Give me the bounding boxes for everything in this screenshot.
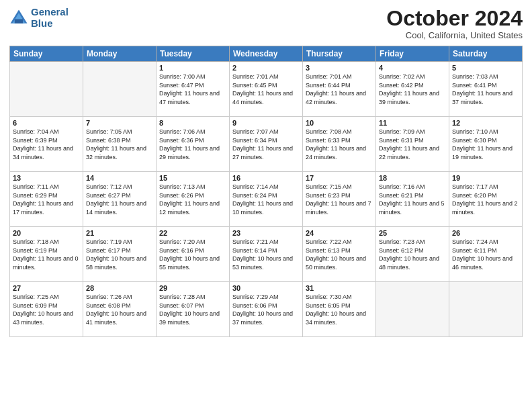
calendar-week-row: 1 Sunrise: 7:00 AMSunset: 6:47 PMDayligh…: [10, 62, 523, 117]
table-row: 17 Sunrise: 7:15 AMSunset: 6:23 PMDaylig…: [303, 172, 376, 227]
calendar-week-row: 13 Sunrise: 7:11 AMSunset: 6:29 PMDaylig…: [10, 172, 523, 227]
day-number: 4: [379, 64, 446, 72]
day-number: 17: [306, 174, 373, 182]
table-row: 30 Sunrise: 7:29 AMSunset: 6:06 PMDaylig…: [230, 282, 303, 337]
table-row: 3 Sunrise: 7:01 AMSunset: 6:44 PMDayligh…: [303, 62, 376, 117]
table-row: 23 Sunrise: 7:21 AMSunset: 6:14 PMDaylig…: [230, 227, 303, 282]
day-info: Sunrise: 7:12 AMSunset: 6:27 PMDaylight:…: [86, 183, 153, 216]
day-number: 28: [86, 284, 153, 292]
calendar-header-row: Sunday Monday Tuesday Wednesday Thursday…: [10, 46, 523, 62]
table-row: [376, 282, 449, 337]
table-row: 20 Sunrise: 7:18 AMSunset: 6:19 PMDaylig…: [10, 227, 83, 282]
day-number: 9: [232, 119, 300, 127]
day-number: 29: [159, 284, 226, 292]
day-info: Sunrise: 7:00 AMSunset: 6:47 PMDaylight:…: [159, 73, 226, 106]
table-row: 26 Sunrise: 7:24 AMSunset: 6:11 PMDaylig…: [449, 227, 523, 282]
logo-line1: General: [31, 6, 69, 17]
table-row: 8 Sunrise: 7:06 AMSunset: 6:36 PMDayligh…: [157, 117, 230, 172]
day-number: 1: [159, 64, 226, 72]
day-info: Sunrise: 7:20 AMSunset: 6:16 PMDaylight:…: [159, 238, 226, 271]
calendar-week-row: 27 Sunrise: 7:25 AMSunset: 6:09 PMDaylig…: [10, 282, 523, 337]
subtitle: Cool, California, United States: [386, 30, 523, 40]
table-row: 11 Sunrise: 7:09 AMSunset: 6:31 PMDaylig…: [376, 117, 449, 172]
table-row: 15 Sunrise: 7:13 AMSunset: 6:26 PMDaylig…: [157, 172, 230, 227]
title-area: October 2024 Cool, California, United St…: [386, 7, 523, 40]
table-row: 18 Sunrise: 7:16 AMSunset: 6:21 PMDaylig…: [376, 172, 449, 227]
table-row: 22 Sunrise: 7:20 AMSunset: 6:16 PMDaylig…: [157, 227, 230, 282]
table-row: 9 Sunrise: 7:07 AMSunset: 6:34 PMDayligh…: [230, 117, 303, 172]
day-info: Sunrise: 7:03 AMSunset: 6:41 PMDaylight:…: [452, 73, 519, 106]
table-row: 29 Sunrise: 7:28 AMSunset: 6:07 PMDaylig…: [157, 282, 230, 337]
day-number: 2: [232, 64, 300, 72]
col-tuesday: Tuesday: [157, 46, 230, 62]
day-number: 3: [306, 64, 373, 72]
svg-rect-2: [15, 19, 23, 23]
day-number: 20: [13, 229, 80, 237]
logo-icon: [9, 9, 28, 28]
table-row: 24 Sunrise: 7:22 AMSunset: 6:13 PMDaylig…: [303, 227, 376, 282]
table-row: 31 Sunrise: 7:30 AMSunset: 6:05 PMDaylig…: [303, 282, 376, 337]
calendar-week-row: 6 Sunrise: 7:04 AMSunset: 6:39 PMDayligh…: [10, 117, 523, 172]
day-info: Sunrise: 7:16 AMSunset: 6:21 PMDaylight:…: [379, 183, 446, 216]
day-info: Sunrise: 7:01 AMSunset: 6:44 PMDaylight:…: [306, 73, 373, 106]
day-info: Sunrise: 7:22 AMSunset: 6:13 PMDaylight:…: [306, 238, 373, 271]
logo-line2: Blue: [31, 17, 53, 29]
table-row: 13 Sunrise: 7:11 AMSunset: 6:29 PMDaylig…: [10, 172, 83, 227]
day-number: 12: [452, 119, 519, 127]
col-friday: Friday: [376, 46, 449, 62]
day-number: 23: [232, 229, 300, 237]
table-row: 28 Sunrise: 7:26 AMSunset: 6:08 PMDaylig…: [83, 282, 157, 337]
page: General Blue October 2024 Cool, Californ…: [0, 0, 532, 411]
day-info: Sunrise: 7:24 AMSunset: 6:11 PMDaylight:…: [452, 238, 519, 271]
day-info: Sunrise: 7:25 AMSunset: 6:09 PMDaylight:…: [13, 293, 80, 326]
col-thursday: Thursday: [303, 46, 376, 62]
table-row: 27 Sunrise: 7:25 AMSunset: 6:09 PMDaylig…: [10, 282, 83, 337]
day-info: Sunrise: 7:13 AMSunset: 6:26 PMDaylight:…: [159, 183, 226, 216]
day-info: Sunrise: 7:09 AMSunset: 6:31 PMDaylight:…: [379, 128, 446, 161]
day-number: 15: [159, 174, 226, 182]
day-number: 10: [306, 119, 373, 127]
day-number: 6: [13, 119, 80, 127]
day-info: Sunrise: 7:23 AMSunset: 6:12 PMDaylight:…: [379, 238, 446, 271]
day-number: 26: [452, 229, 519, 237]
day-info: Sunrise: 7:04 AMSunset: 6:39 PMDaylight:…: [13, 128, 80, 161]
day-number: 11: [379, 119, 446, 127]
day-info: Sunrise: 7:17 AMSunset: 6:20 PMDaylight:…: [452, 183, 519, 216]
day-info: Sunrise: 7:15 AMSunset: 6:23 PMDaylight:…: [306, 183, 373, 216]
table-row: 4 Sunrise: 7:02 AMSunset: 6:42 PMDayligh…: [376, 62, 449, 117]
table-row: [10, 62, 83, 117]
day-info: Sunrise: 7:14 AMSunset: 6:24 PMDaylight:…: [232, 183, 300, 216]
day-info: Sunrise: 7:19 AMSunset: 6:17 PMDaylight:…: [86, 238, 153, 271]
day-number: 30: [232, 284, 300, 292]
day-info: Sunrise: 7:02 AMSunset: 6:42 PMDaylight:…: [379, 73, 446, 106]
calendar-week-row: 20 Sunrise: 7:18 AMSunset: 6:19 PMDaylig…: [10, 227, 523, 282]
day-number: 27: [13, 284, 80, 292]
day-number: 5: [452, 64, 519, 72]
logo: General Blue: [9, 7, 69, 29]
day-info: Sunrise: 7:29 AMSunset: 6:06 PMDaylight:…: [232, 293, 300, 326]
day-info: Sunrise: 7:30 AMSunset: 6:05 PMDaylight:…: [306, 293, 373, 326]
day-number: 14: [86, 174, 153, 182]
table-row: 19 Sunrise: 7:17 AMSunset: 6:20 PMDaylig…: [449, 172, 523, 227]
day-number: 22: [159, 229, 226, 237]
day-info: Sunrise: 7:11 AMSunset: 6:29 PMDaylight:…: [13, 183, 80, 216]
calendar: Sunday Monday Tuesday Wednesday Thursday…: [9, 46, 523, 337]
table-row: 21 Sunrise: 7:19 AMSunset: 6:17 PMDaylig…: [83, 227, 157, 282]
col-wednesday: Wednesday: [230, 46, 303, 62]
day-info: Sunrise: 7:10 AMSunset: 6:30 PMDaylight:…: [452, 128, 519, 161]
table-row: 5 Sunrise: 7:03 AMSunset: 6:41 PMDayligh…: [449, 62, 523, 117]
day-info: Sunrise: 7:05 AMSunset: 6:38 PMDaylight:…: [86, 128, 153, 161]
day-number: 19: [452, 174, 519, 182]
day-number: 18: [379, 174, 446, 182]
day-info: Sunrise: 7:01 AMSunset: 6:45 PMDaylight:…: [232, 73, 300, 106]
col-sunday: Sunday: [10, 46, 83, 62]
table-row: 1 Sunrise: 7:00 AMSunset: 6:47 PMDayligh…: [157, 62, 230, 117]
table-row: 2 Sunrise: 7:01 AMSunset: 6:45 PMDayligh…: [230, 62, 303, 117]
day-info: Sunrise: 7:18 AMSunset: 6:19 PMDaylight:…: [13, 238, 80, 271]
day-number: 21: [86, 229, 153, 237]
day-info: Sunrise: 7:08 AMSunset: 6:33 PMDaylight:…: [306, 128, 373, 161]
day-number: 8: [159, 119, 226, 127]
table-row: 7 Sunrise: 7:05 AMSunset: 6:38 PMDayligh…: [83, 117, 157, 172]
col-saturday: Saturday: [449, 46, 523, 62]
table-row: 14 Sunrise: 7:12 AMSunset: 6:27 PMDaylig…: [83, 172, 157, 227]
